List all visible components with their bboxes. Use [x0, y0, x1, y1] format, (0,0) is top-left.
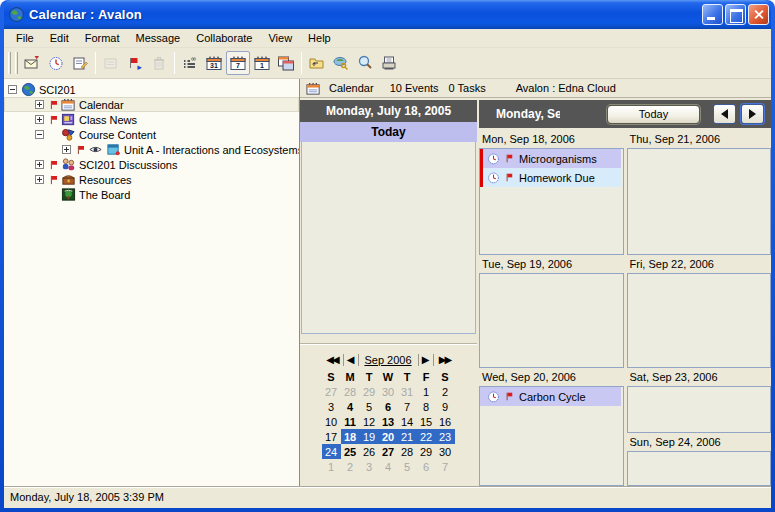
previous-week-button[interactable] [713, 104, 736, 124]
minical-month-label[interactable]: Sep 2006 [359, 354, 419, 366]
new-task-button[interactable] [44, 51, 68, 75]
minical-day[interactable]: 19 [360, 429, 379, 444]
minical-day[interactable]: 14 [398, 414, 417, 429]
minical-day[interactable]: 11 [341, 414, 360, 429]
minical-day[interactable]: 6 [379, 399, 398, 414]
flag-button[interactable] [123, 51, 147, 75]
minical-day[interactable]: 31 [398, 384, 417, 399]
minical-day[interactable]: 25 [341, 444, 360, 459]
tree-item-course-content[interactable]: Course Content [4, 127, 299, 142]
minical-day[interactable]: 29 [360, 384, 379, 399]
minical-day[interactable]: 30 [436, 444, 455, 459]
minical-day[interactable]: 16 [436, 414, 455, 429]
minical-day[interactable]: 13 [379, 414, 398, 429]
minical-day[interactable]: 3 [322, 399, 341, 414]
day-cell[interactable] [627, 148, 772, 255]
agenda-view-button[interactable]: ∞ [178, 51, 202, 75]
minical-day[interactable]: 30 [379, 384, 398, 399]
day-view-button[interactable]: 1 [250, 51, 274, 75]
day-cell[interactable] [627, 451, 772, 486]
minical-day[interactable]: 27 [322, 384, 341, 399]
minical-day[interactable]: 28 [341, 384, 360, 399]
expand-icon[interactable] [35, 100, 44, 109]
day-cell[interactable] [479, 273, 624, 368]
title-bar[interactable]: Calendar : Avalon [4, 0, 771, 29]
event-carbon-cycle[interactable]: Carbon Cycle [480, 387, 621, 406]
minical-day[interactable]: 17 [322, 429, 341, 444]
today-button[interactable]: Today [607, 105, 700, 124]
menu-file[interactable]: File [8, 30, 42, 47]
minical-day[interactable]: 12 [360, 414, 379, 429]
tree-item-resources[interactable]: Resources [4, 172, 299, 187]
menu-help[interactable]: Help [300, 30, 339, 47]
tree-item-calendar[interactable]: Calendar [4, 97, 299, 112]
minical-day[interactable]: 23 [436, 429, 455, 444]
tree-item-unit-a-interactions-and-ecosystems[interactable]: Unit A - Interactions and Ecosystems [4, 142, 299, 157]
minical-day[interactable]: 26 [360, 444, 379, 459]
minical-day[interactable]: 29 [417, 444, 436, 459]
menu-edit[interactable]: Edit [42, 30, 77, 47]
minical-day[interactable]: 27 [379, 444, 398, 459]
minical-day[interactable]: 1 [417, 384, 436, 399]
collapse-icon[interactable] [35, 130, 44, 139]
minical-day[interactable]: 7 [398, 399, 417, 414]
minical-day[interactable]: 3 [360, 459, 379, 474]
menu-format[interactable]: Format [77, 30, 128, 47]
expand-icon[interactable] [35, 175, 44, 184]
event-homework-due[interactable]: Homework Due [480, 168, 621, 187]
day-events-area[interactable] [301, 142, 476, 334]
print-button[interactable] [377, 51, 401, 75]
minical-prev-year-button[interactable]: ◀◀ [322, 354, 344, 366]
minical-day[interactable]: 2 [341, 459, 360, 474]
minical-day[interactable]: 5 [360, 399, 379, 414]
minical-prev-month-button[interactable]: ◀ [344, 354, 359, 366]
minical-next-month-button[interactable]: ▶ [419, 354, 434, 366]
close-button[interactable] [748, 4, 769, 25]
month-view-button[interactable]: 31 [202, 51, 226, 75]
minical-day[interactable]: 18 [341, 429, 360, 444]
minical-day[interactable]: 20 [379, 429, 398, 444]
day-cell[interactable] [627, 273, 772, 368]
minical-day[interactable]: 1 [322, 459, 341, 474]
new-note-button[interactable] [68, 51, 92, 75]
minical-next-year-button[interactable]: ▶▶ [434, 354, 456, 366]
expand-icon[interactable] [35, 115, 44, 124]
minical-day[interactable]: 15 [417, 414, 436, 429]
tree-item-sci201[interactable]: SCI201 [4, 82, 299, 97]
minical-day[interactable]: 4 [341, 399, 360, 414]
day-cell[interactable]: Carbon Cycle [479, 386, 624, 486]
minical-day[interactable]: 7 [436, 459, 455, 474]
tree-item-the-board[interactable]: The Board [4, 187, 299, 202]
multiweek-view-button[interactable] [274, 51, 298, 75]
minical-day[interactable]: 4 [379, 459, 398, 474]
menu-message[interactable]: Message [128, 30, 189, 47]
minical-day[interactable]: 22 [417, 429, 436, 444]
minical-day[interactable]: 6 [417, 459, 436, 474]
maximize-button[interactable] [725, 4, 746, 25]
menu-collaborate[interactable]: Collaborate [188, 30, 260, 47]
minimize-button[interactable] [702, 4, 723, 25]
week-view-button[interactable]: 7 [226, 51, 250, 75]
minical-day[interactable]: 8 [417, 399, 436, 414]
expand-icon[interactable] [62, 145, 71, 154]
folder-up-button[interactable] [305, 51, 329, 75]
collapse-icon[interactable] [8, 85, 17, 94]
minical-day[interactable]: 9 [436, 399, 455, 414]
minical-day[interactable]: 5 [398, 459, 417, 474]
minical-day[interactable]: 24 [322, 444, 341, 459]
edit-item-button[interactable] [99, 51, 123, 75]
toolbar-gripper[interactable] [8, 52, 11, 74]
next-week-button[interactable] [741, 104, 764, 124]
new-event-button[interactable] [20, 51, 44, 75]
search-button[interactable] [353, 51, 377, 75]
expand-icon[interactable] [35, 160, 44, 169]
minical-day[interactable]: 28 [398, 444, 417, 459]
day-cell[interactable]: MicroorganismsHomework Due [479, 148, 624, 255]
minical-day[interactable]: 10 [322, 414, 341, 429]
permissions-button[interactable] [329, 51, 353, 75]
day-cell[interactable] [627, 386, 772, 433]
minical-day[interactable]: 21 [398, 429, 417, 444]
toolbar-gripper[interactable] [15, 52, 18, 74]
tree-item-class-news[interactable]: Class News [4, 112, 299, 127]
menu-view[interactable]: View [260, 30, 300, 47]
